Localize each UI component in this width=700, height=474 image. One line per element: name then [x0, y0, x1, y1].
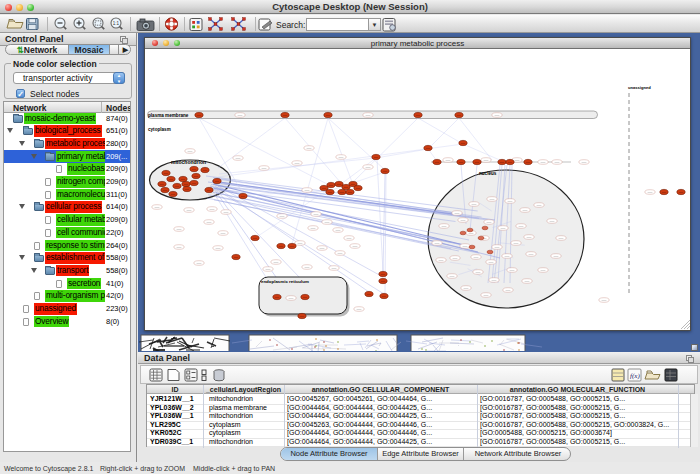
svg-text:nucleus: nucleus [479, 171, 497, 176]
svg-text:plasma membrane: plasma membrane [148, 113, 189, 118]
svg-text:f(x): f(x) [630, 372, 640, 380]
svg-text:cytoplasm: cytoplasm [148, 127, 171, 132]
svg-text:mitochondrion: mitochondrion [171, 159, 206, 165]
svg-text:endoplasmic reticulum: endoplasmic reticulum [261, 279, 309, 284]
svg-text:1:1: 1:1 [113, 21, 120, 26]
svg-text:unassigned: unassigned [628, 85, 651, 90]
